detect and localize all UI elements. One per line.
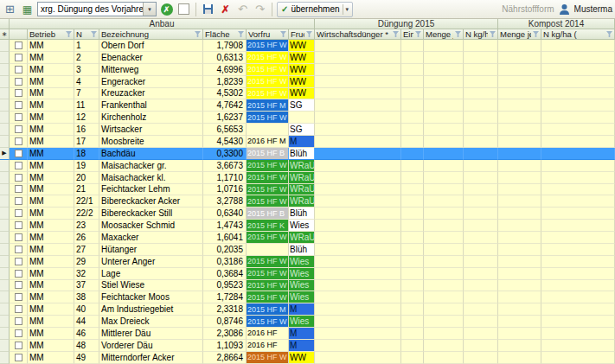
row-checkbox[interactable] (15, 342, 22, 349)
checkbox-cell[interactable] (10, 40, 28, 52)
row-marker-cell[interactable] (0, 184, 10, 196)
cell-vorfrucht[interactable]: 2015 HF M (247, 99, 289, 112)
table-row[interactable]: MM32Lage0,36842015 HF WWies (0, 268, 615, 280)
cell-flaeche[interactable]: 0,6313 (203, 52, 247, 64)
table-row[interactable]: MM37Stiel Wiese0,95232015 HF WWies (0, 280, 615, 292)
cell-menge-je[interactable] (424, 124, 464, 136)
cell-menge-je[interactable] (424, 52, 464, 64)
table-row[interactable]: MM3Mitterweg4,69962015 HF WWW (0, 64, 615, 76)
cell-menge-je[interactable] (424, 112, 464, 124)
row-marker-cell[interactable] (0, 76, 10, 88)
cell-betrieb[interactable]: MM (28, 76, 74, 88)
row-marker-cell[interactable] (0, 280, 10, 292)
save-icon[interactable] (201, 2, 215, 16)
cell-betrieb[interactable]: MM (28, 208, 74, 220)
checkbox-cell[interactable] (10, 244, 28, 256)
cell-betrieb[interactable]: MM (28, 88, 74, 100)
table-row[interactable]: MM19Maisachacker gr.3,66732015 HF WWRaU (0, 160, 615, 172)
cell-n-kg-ha[interactable] (464, 124, 498, 136)
cell-flaeche[interactable]: 4,5302 (203, 88, 247, 100)
cell-wirtschaftsduenger[interactable] (315, 160, 401, 172)
cell-frucht[interactable]: Wies (289, 256, 315, 268)
filter-icon[interactable] (533, 31, 539, 37)
cell-betrieb[interactable]: MM (28, 268, 74, 280)
cell-flaeche[interactable]: 3,6673 (203, 160, 247, 172)
checkbox-cell[interactable] (10, 232, 28, 244)
column-header[interactable]: Fläche (203, 29, 247, 40)
window-grid-icon[interactable]: ⊞ (3, 2, 17, 16)
filter-icon[interactable] (393, 31, 399, 37)
cell-frucht[interactable]: WRaU (289, 184, 315, 196)
cell-betrieb[interactable]: MM (28, 352, 74, 364)
row-checkbox[interactable] (15, 42, 22, 49)
color-swatch[interactable] (178, 3, 189, 15)
cell-vorfrucht[interactable]: 2015 HF B (247, 208, 289, 220)
cell-n-kg-ha[interactable] (464, 340, 498, 352)
cell-frucht[interactable]: WW (289, 40, 315, 52)
row-checkbox[interactable] (15, 221, 22, 229)
group-header-kompost[interactable]: Kompost 2014 (498, 19, 615, 29)
cell-n-kg-ha[interactable] (464, 328, 498, 340)
cell-kompost-n-kg-ha[interactable] (541, 352, 615, 364)
cell-n-kg-ha[interactable] (464, 76, 498, 88)
cell-nr[interactable]: 46 (74, 328, 99, 340)
cell-n-kg-ha[interactable] (464, 136, 498, 148)
cell-n-kg-ha[interactable] (464, 52, 498, 64)
cell-bezeichnung[interactable]: Maisachacker kl. (99, 172, 203, 184)
cell-wirtschaftsduenger[interactable] (315, 184, 401, 196)
cell-frucht[interactable]: WW (289, 52, 315, 64)
table-row[interactable]: MM23Moosacker Schmid1,47432015 HF KWies (0, 220, 615, 232)
cell-vorfrucht[interactable]: 2015 HF W (247, 40, 289, 52)
cell-betrieb[interactable]: MM (28, 124, 74, 136)
cell-kompost-n-kg-ha[interactable] (541, 99, 615, 112)
column-header[interactable]: N kg/ha ( (541, 29, 615, 40)
cell-bezeichnung[interactable]: Hütanger (99, 244, 203, 256)
cell-betrieb[interactable]: MM (28, 340, 74, 352)
cell-n-kg-ha[interactable] (464, 88, 498, 100)
cell-menge-je[interactable] (424, 136, 464, 148)
cell-flaeche[interactable]: 4,6996 (203, 64, 247, 76)
cell-bezeichnung[interactable]: Stiel Wiese (99, 280, 203, 292)
delete-icon[interactable]: ✗ (218, 2, 233, 16)
cell-kompost-menge-je[interactable] (498, 160, 541, 172)
row-marker-cell[interactable] (0, 195, 10, 208)
cell-wirtschaftsduenger[interactable] (315, 256, 401, 268)
cell-kompost-menge-je[interactable] (498, 316, 541, 328)
cell-wirtschaftsduenger[interactable] (315, 340, 401, 352)
cell-flaeche[interactable]: 2,3318 (203, 303, 247, 316)
column-header[interactable]: N (74, 29, 99, 40)
cell-kompost-n-kg-ha[interactable] (541, 112, 615, 124)
cell-kompost-menge-je[interactable] (498, 256, 541, 268)
cell-betrieb[interactable]: MM (28, 256, 74, 268)
cell-vorfrucht[interactable]: 2015 HF W (247, 88, 289, 100)
checkbox-cell[interactable] (10, 64, 28, 76)
row-checkbox[interactable] (15, 137, 22, 145)
row-marker-cell[interactable]: ▶ (0, 148, 10, 160)
cell-kompost-n-kg-ha[interactable] (541, 88, 615, 100)
cell-nr[interactable]: 23 (74, 220, 99, 232)
filter-icon[interactable] (455, 31, 461, 37)
table-row[interactable]: MM29Unterer Anger0,31862015 HF WWies (0, 256, 615, 268)
clear-selection-icon[interactable]: ✗ (161, 3, 173, 16)
filter-icon[interactable] (195, 31, 201, 37)
cell-bezeichnung[interactable]: Engeracker (99, 76, 203, 88)
checkbox-cell[interactable] (10, 208, 28, 220)
checkbox-cell[interactable] (10, 220, 28, 232)
cell-n-kg-ha[interactable] (464, 172, 498, 184)
user-name-button[interactable]: Musterma (574, 4, 612, 14)
row-checkbox[interactable] (15, 174, 22, 182)
cell-vorfrucht[interactable]: 2015 HF W (247, 112, 289, 124)
cell-einheit[interactable] (401, 112, 424, 124)
cell-bezeichnung[interactable]: Obern Dorf (99, 40, 203, 52)
cell-bezeichnung[interactable]: Kreuzacker (99, 88, 203, 100)
cell-flaeche[interactable]: 4,7642 (203, 99, 247, 112)
cell-einheit[interactable] (401, 52, 424, 64)
table-row[interactable]: MM38Feichtacker Moos1,72842015 HF WWies (0, 291, 615, 303)
filter-icon[interactable] (66, 31, 72, 37)
cell-kompost-menge-je[interactable] (498, 220, 541, 232)
cell-wirtschaftsduenger[interactable] (315, 303, 401, 316)
cell-n-kg-ha[interactable] (464, 220, 498, 232)
checkbox-cell[interactable] (10, 352, 28, 364)
cell-menge-je[interactable] (424, 160, 464, 172)
row-checkbox[interactable] (15, 317, 22, 325)
